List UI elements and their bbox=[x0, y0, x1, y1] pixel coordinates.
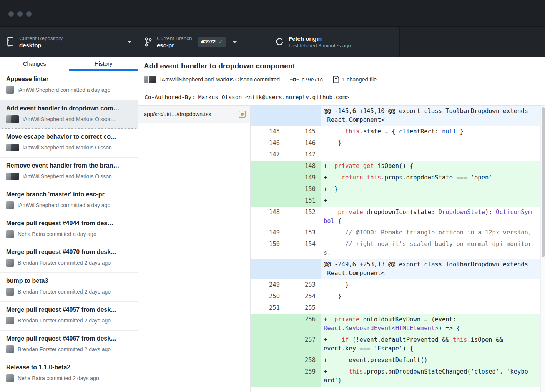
diff-code-line: } bbox=[321, 279, 540, 291]
commit-item-title: Merge pull request #4070 from desk… bbox=[6, 249, 132, 256]
commit-avatars bbox=[144, 76, 156, 83]
diff-new-line-number: 257 bbox=[285, 334, 321, 355]
commit-list-item[interactable]: bump to beta3Brendan Forster committed 2… bbox=[0, 273, 138, 302]
code-token: return bbox=[342, 174, 363, 181]
code-token: .state = { clientRect: bbox=[359, 128, 442, 135]
diff-added-row: 257+ if (!event.defaultPrevented && this… bbox=[251, 334, 540, 355]
commit-list-item[interactable]: Merge pull request #4070 from desk…Brend… bbox=[0, 244, 138, 273]
fetch-origin-button[interactable]: Fetch origin Last fetched 3 minutes ago bbox=[269, 27, 400, 57]
commit-item-title: Merge pull request #4044 from des… bbox=[6, 220, 132, 227]
commit-item-title: Merge pull request #4067 from desk… bbox=[6, 335, 132, 342]
diff-code-line: } bbox=[321, 291, 540, 302]
avatar bbox=[6, 86, 14, 94]
current-branch-button[interactable]: Current Branch esc-pr #3972 ✓ bbox=[138, 27, 269, 57]
commit-list-item[interactable]: Appease linteriAmWillShepherd committed … bbox=[0, 71, 138, 100]
commit-list-item[interactable]: Merge pull request #4053 from d… bbox=[0, 388, 138, 392]
commit-item-byline: iAmWillShepherd and Markus Olsson… bbox=[23, 116, 132, 122]
commit-item-title: Move escape behavior to correct co… bbox=[6, 133, 132, 140]
code-token: ) { bbox=[402, 345, 413, 352]
code-token bbox=[359, 163, 363, 169]
minimize-window-button[interactable] bbox=[17, 11, 23, 17]
modified-status-icon bbox=[239, 111, 246, 118]
commit-list-item[interactable]: Release to 1.1.0-beta2Neha Batra committ… bbox=[0, 359, 138, 388]
app-content: Changes History Appease linteriAmWillShe… bbox=[0, 57, 545, 392]
diff-added-row: 259+ this.props.onDropdownStateChanged('… bbox=[251, 366, 540, 387]
diff-code-line: + private get isOpen() { bbox=[321, 161, 540, 172]
commit-item-title: Add event handler to dropdown com… bbox=[6, 105, 132, 112]
commit-title: Add event handler to dropdown component bbox=[144, 62, 539, 70]
file-list-item[interactable]: app/src/ui/t…/dropdown.tsx bbox=[138, 106, 250, 123]
commit-item-byline: iAmWillShepherd committed a day ago bbox=[18, 202, 132, 208]
code-token: + bbox=[324, 336, 342, 343]
commit-list-item[interactable]: Remove event handler from the bran…iAmWi… bbox=[0, 158, 138, 186]
diff-old-line-number bbox=[251, 184, 285, 195]
tab-history[interactable]: History bbox=[69, 57, 138, 71]
diff-new-line-number: 146 bbox=[285, 138, 321, 149]
code-token: @@ -145,6 +145,10 @@ export class Toolba… bbox=[324, 108, 528, 123]
close-window-button[interactable] bbox=[8, 11, 14, 17]
code-token: { bbox=[334, 218, 342, 224]
code-token: 'closed' bbox=[471, 368, 500, 375]
commit-list-item[interactable]: Merge pull request #4067 from desk…Brend… bbox=[0, 331, 138, 359]
diff-new-line-number: 152 bbox=[285, 207, 321, 227]
commit-item-byline: Brendan Forster committed 2 days ago bbox=[18, 346, 132, 352]
tab-changes[interactable]: Changes bbox=[0, 57, 69, 71]
code-token: } bbox=[324, 140, 342, 146]
commit-item-byline: Brendan Forster committed 2 days ago bbox=[18, 260, 132, 266]
sidebar: Changes History Appease linteriAmWillShe… bbox=[0, 57, 138, 392]
diff-panel: @@ -145,6 +145,10 @@ export class Toolba… bbox=[251, 106, 545, 392]
diff-new-line-number bbox=[285, 259, 321, 279]
ci-check-icon: ✓ bbox=[218, 39, 223, 45]
diff-scrollbar-thumb[interactable] bbox=[542, 107, 545, 257]
code-token: + event.preventDefault() bbox=[324, 357, 428, 364]
code-token: 'Escape' bbox=[374, 345, 403, 352]
diff-new-line-number: 150 bbox=[285, 184, 321, 195]
diff-context-row: 146146 } bbox=[251, 138, 540, 149]
commit-item-byline: Brendan Forster committed 2 days ago bbox=[18, 317, 132, 324]
code-token: + bbox=[324, 368, 349, 375]
commit-item-meta: iAmWillShepherd and Markus Olsson… bbox=[6, 173, 132, 180]
pr-number-badge[interactable]: #3972 ✓ bbox=[198, 37, 227, 47]
diff-added-row: 149+ return this.props.dropdownState ===… bbox=[251, 172, 540, 184]
commit-description: Co-Authored-By: Markus Olsson <niik@user… bbox=[138, 89, 545, 105]
diff-new-line-number: 145 bbox=[285, 126, 321, 138]
code-token: isOpen() { bbox=[374, 163, 414, 169]
code-token: this bbox=[349, 368, 363, 375]
commit-list-item[interactable]: Merge pull request #4044 from des…Neha B… bbox=[0, 215, 138, 244]
commit-list-item[interactable]: Merge branch 'master' into esc-priAmWill… bbox=[0, 186, 138, 215]
diff-context-row: 149153 // @TODO: Remake triangle octicon… bbox=[251, 227, 540, 239]
commit-list-item[interactable]: Merge pull request #4057 from desk…Brend… bbox=[0, 302, 138, 331]
commit-item-byline: Neha Batra committed 2 days ago bbox=[18, 375, 132, 381]
commit-item-byline: iAmWillShepherd and Markus Olsson… bbox=[23, 145, 132, 151]
commit-list-item[interactable]: Add event handler to dropdown com…iAmWil… bbox=[0, 100, 138, 129]
commit-item-avatars bbox=[6, 374, 14, 382]
diff-code-line: this.state = { clientRect: null } bbox=[321, 126, 540, 138]
commit-item-meta: Brendan Forster committed 2 days ago bbox=[6, 288, 132, 296]
commit-item-byline: Neha Batra committed a day ago bbox=[18, 231, 132, 237]
commit-item-title: Appease linter bbox=[6, 76, 132, 83]
maximize-window-button[interactable] bbox=[26, 11, 32, 17]
code-token: } bbox=[456, 128, 464, 135]
code-token: } bbox=[324, 293, 342, 300]
diff-code-line: + private onFoldoutKeyDown = (event: Rea… bbox=[321, 314, 540, 334]
commit-item-meta: Brendan Forster committed 2 days ago bbox=[6, 317, 132, 324]
code-token: ) bbox=[338, 377, 341, 384]
avatar bbox=[6, 201, 14, 209]
diff-old-line-number bbox=[251, 314, 285, 334]
diff-new-line-number: 258 bbox=[285, 355, 321, 366]
commit-item-avatars bbox=[6, 173, 19, 180]
branch-label: Current Branch bbox=[157, 35, 192, 41]
git-branch-icon bbox=[145, 37, 152, 47]
code-token: onFoldoutKeyDown = (event: bbox=[359, 316, 456, 323]
diff-new-line-number: 154 bbox=[285, 239, 321, 259]
diff-context-row: 147147 bbox=[251, 149, 540, 161]
commit-list-item[interactable]: Move escape behavior to correct co…iAmWi… bbox=[0, 129, 138, 158]
current-repository-button[interactable]: Current Repository desktop bbox=[0, 27, 138, 57]
code-token: } bbox=[324, 281, 349, 288]
avatar bbox=[6, 317, 14, 324]
branch-name: esc-pr bbox=[157, 42, 192, 48]
avatar bbox=[11, 173, 19, 180]
diff-context-row: 148152 private dropdownIcon(state: Dropd… bbox=[251, 207, 540, 227]
diff-scrollbar-track[interactable] bbox=[540, 106, 545, 392]
code-token: this bbox=[345, 128, 359, 135]
